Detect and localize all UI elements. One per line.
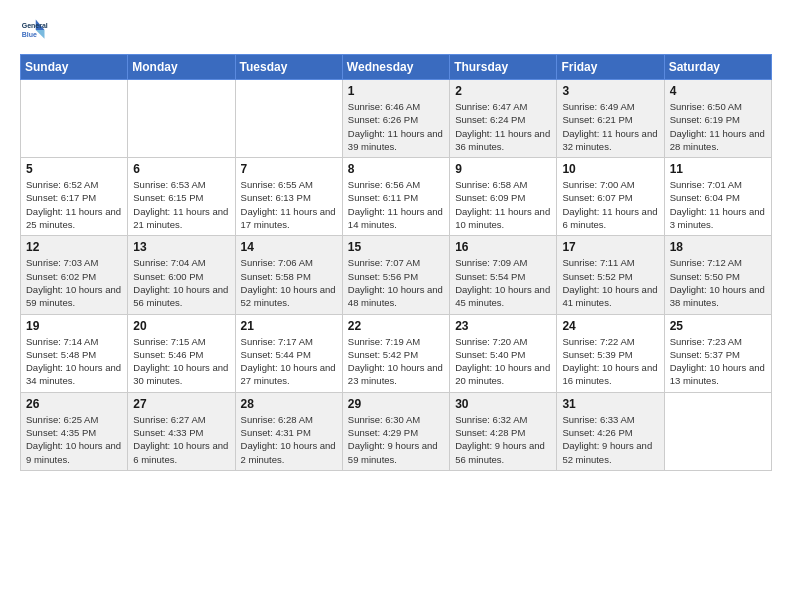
week-row-3: 12Sunrise: 7:03 AM Sunset: 6:02 PM Dayli… bbox=[21, 236, 772, 314]
day-number: 5 bbox=[26, 162, 122, 176]
calendar-cell: 22Sunrise: 7:19 AM Sunset: 5:42 PM Dayli… bbox=[342, 314, 449, 392]
page: General Blue SundayMondayTuesdayWednesda… bbox=[0, 0, 792, 612]
day-number: 4 bbox=[670, 84, 766, 98]
day-number: 6 bbox=[133, 162, 229, 176]
calendar-cell: 6Sunrise: 6:53 AM Sunset: 6:15 PM Daylig… bbox=[128, 158, 235, 236]
calendar-cell: 30Sunrise: 6:32 AM Sunset: 4:28 PM Dayli… bbox=[450, 392, 557, 470]
day-info: Sunrise: 7:07 AM Sunset: 5:56 PM Dayligh… bbox=[348, 256, 444, 309]
day-info: Sunrise: 7:19 AM Sunset: 5:42 PM Dayligh… bbox=[348, 335, 444, 388]
day-number: 25 bbox=[670, 319, 766, 333]
calendar-table: SundayMondayTuesdayWednesdayThursdayFrid… bbox=[20, 54, 772, 471]
day-info: Sunrise: 7:03 AM Sunset: 6:02 PM Dayligh… bbox=[26, 256, 122, 309]
calendar-cell: 15Sunrise: 7:07 AM Sunset: 5:56 PM Dayli… bbox=[342, 236, 449, 314]
day-info: Sunrise: 6:47 AM Sunset: 6:24 PM Dayligh… bbox=[455, 100, 551, 153]
week-row-2: 5Sunrise: 6:52 AM Sunset: 6:17 PM Daylig… bbox=[21, 158, 772, 236]
calendar-cell: 7Sunrise: 6:55 AM Sunset: 6:13 PM Daylig… bbox=[235, 158, 342, 236]
day-info: Sunrise: 6:56 AM Sunset: 6:11 PM Dayligh… bbox=[348, 178, 444, 231]
day-number: 28 bbox=[241, 397, 337, 411]
day-info: Sunrise: 6:27 AM Sunset: 4:33 PM Dayligh… bbox=[133, 413, 229, 466]
calendar-cell: 3Sunrise: 6:49 AM Sunset: 6:21 PM Daylig… bbox=[557, 80, 664, 158]
day-info: Sunrise: 7:04 AM Sunset: 6:00 PM Dayligh… bbox=[133, 256, 229, 309]
week-row-4: 19Sunrise: 7:14 AM Sunset: 5:48 PM Dayli… bbox=[21, 314, 772, 392]
day-info: Sunrise: 7:14 AM Sunset: 5:48 PM Dayligh… bbox=[26, 335, 122, 388]
logo-icon: General Blue bbox=[20, 16, 48, 44]
day-info: Sunrise: 7:22 AM Sunset: 5:39 PM Dayligh… bbox=[562, 335, 658, 388]
day-number: 1 bbox=[348, 84, 444, 98]
calendar-cell: 31Sunrise: 6:33 AM Sunset: 4:26 PM Dayli… bbox=[557, 392, 664, 470]
day-info: Sunrise: 7:12 AM Sunset: 5:50 PM Dayligh… bbox=[670, 256, 766, 309]
weekday-header-sunday: Sunday bbox=[21, 55, 128, 80]
weekday-header-row: SundayMondayTuesdayWednesdayThursdayFrid… bbox=[21, 55, 772, 80]
day-info: Sunrise: 6:25 AM Sunset: 4:35 PM Dayligh… bbox=[26, 413, 122, 466]
day-number: 26 bbox=[26, 397, 122, 411]
calendar-cell: 25Sunrise: 7:23 AM Sunset: 5:37 PM Dayli… bbox=[664, 314, 771, 392]
day-info: Sunrise: 6:50 AM Sunset: 6:19 PM Dayligh… bbox=[670, 100, 766, 153]
day-info: Sunrise: 7:23 AM Sunset: 5:37 PM Dayligh… bbox=[670, 335, 766, 388]
day-number: 13 bbox=[133, 240, 229, 254]
day-info: Sunrise: 6:52 AM Sunset: 6:17 PM Dayligh… bbox=[26, 178, 122, 231]
calendar-cell: 13Sunrise: 7:04 AM Sunset: 6:00 PM Dayli… bbox=[128, 236, 235, 314]
weekday-header-friday: Friday bbox=[557, 55, 664, 80]
day-info: Sunrise: 6:53 AM Sunset: 6:15 PM Dayligh… bbox=[133, 178, 229, 231]
day-number: 16 bbox=[455, 240, 551, 254]
day-number: 3 bbox=[562, 84, 658, 98]
day-number: 19 bbox=[26, 319, 122, 333]
calendar-cell: 28Sunrise: 6:28 AM Sunset: 4:31 PM Dayli… bbox=[235, 392, 342, 470]
calendar-cell: 12Sunrise: 7:03 AM Sunset: 6:02 PM Dayli… bbox=[21, 236, 128, 314]
day-info: Sunrise: 7:00 AM Sunset: 6:07 PM Dayligh… bbox=[562, 178, 658, 231]
calendar-cell bbox=[235, 80, 342, 158]
day-number: 17 bbox=[562, 240, 658, 254]
day-info: Sunrise: 6:55 AM Sunset: 6:13 PM Dayligh… bbox=[241, 178, 337, 231]
logo: General Blue bbox=[20, 16, 48, 44]
weekday-header-tuesday: Tuesday bbox=[235, 55, 342, 80]
day-number: 10 bbox=[562, 162, 658, 176]
day-info: Sunrise: 6:49 AM Sunset: 6:21 PM Dayligh… bbox=[562, 100, 658, 153]
day-info: Sunrise: 6:30 AM Sunset: 4:29 PM Dayligh… bbox=[348, 413, 444, 466]
calendar-cell: 23Sunrise: 7:20 AM Sunset: 5:40 PM Dayli… bbox=[450, 314, 557, 392]
day-info: Sunrise: 7:15 AM Sunset: 5:46 PM Dayligh… bbox=[133, 335, 229, 388]
calendar-cell: 5Sunrise: 6:52 AM Sunset: 6:17 PM Daylig… bbox=[21, 158, 128, 236]
calendar-cell: 17Sunrise: 7:11 AM Sunset: 5:52 PM Dayli… bbox=[557, 236, 664, 314]
day-info: Sunrise: 7:01 AM Sunset: 6:04 PM Dayligh… bbox=[670, 178, 766, 231]
calendar-cell: 27Sunrise: 6:27 AM Sunset: 4:33 PM Dayli… bbox=[128, 392, 235, 470]
day-number: 2 bbox=[455, 84, 551, 98]
calendar-cell: 2Sunrise: 6:47 AM Sunset: 6:24 PM Daylig… bbox=[450, 80, 557, 158]
calendar-cell bbox=[128, 80, 235, 158]
day-number: 15 bbox=[348, 240, 444, 254]
day-number: 22 bbox=[348, 319, 444, 333]
week-row-1: 1Sunrise: 6:46 AM Sunset: 6:26 PM Daylig… bbox=[21, 80, 772, 158]
day-number: 12 bbox=[26, 240, 122, 254]
day-number: 18 bbox=[670, 240, 766, 254]
day-number: 8 bbox=[348, 162, 444, 176]
calendar-cell: 20Sunrise: 7:15 AM Sunset: 5:46 PM Dayli… bbox=[128, 314, 235, 392]
day-number: 23 bbox=[455, 319, 551, 333]
day-number: 31 bbox=[562, 397, 658, 411]
weekday-header-monday: Monday bbox=[128, 55, 235, 80]
day-number: 7 bbox=[241, 162, 337, 176]
day-info: Sunrise: 6:58 AM Sunset: 6:09 PM Dayligh… bbox=[455, 178, 551, 231]
calendar-cell: 26Sunrise: 6:25 AM Sunset: 4:35 PM Dayli… bbox=[21, 392, 128, 470]
day-info: Sunrise: 6:46 AM Sunset: 6:26 PM Dayligh… bbox=[348, 100, 444, 153]
day-number: 27 bbox=[133, 397, 229, 411]
calendar-cell: 11Sunrise: 7:01 AM Sunset: 6:04 PM Dayli… bbox=[664, 158, 771, 236]
day-info: Sunrise: 7:20 AM Sunset: 5:40 PM Dayligh… bbox=[455, 335, 551, 388]
week-row-5: 26Sunrise: 6:25 AM Sunset: 4:35 PM Dayli… bbox=[21, 392, 772, 470]
day-number: 14 bbox=[241, 240, 337, 254]
day-info: Sunrise: 7:17 AM Sunset: 5:44 PM Dayligh… bbox=[241, 335, 337, 388]
day-number: 20 bbox=[133, 319, 229, 333]
calendar-cell: 19Sunrise: 7:14 AM Sunset: 5:48 PM Dayli… bbox=[21, 314, 128, 392]
calendar-cell: 21Sunrise: 7:17 AM Sunset: 5:44 PM Dayli… bbox=[235, 314, 342, 392]
weekday-header-thursday: Thursday bbox=[450, 55, 557, 80]
calendar-cell bbox=[664, 392, 771, 470]
day-info: Sunrise: 7:06 AM Sunset: 5:58 PM Dayligh… bbox=[241, 256, 337, 309]
day-number: 24 bbox=[562, 319, 658, 333]
svg-text:General: General bbox=[22, 22, 48, 29]
calendar-cell: 8Sunrise: 6:56 AM Sunset: 6:11 PM Daylig… bbox=[342, 158, 449, 236]
day-info: Sunrise: 7:11 AM Sunset: 5:52 PM Dayligh… bbox=[562, 256, 658, 309]
calendar-cell: 9Sunrise: 6:58 AM Sunset: 6:09 PM Daylig… bbox=[450, 158, 557, 236]
svg-text:Blue: Blue bbox=[22, 31, 37, 38]
calendar-cell: 24Sunrise: 7:22 AM Sunset: 5:39 PM Dayli… bbox=[557, 314, 664, 392]
day-number: 9 bbox=[455, 162, 551, 176]
day-number: 30 bbox=[455, 397, 551, 411]
calendar-cell bbox=[21, 80, 128, 158]
